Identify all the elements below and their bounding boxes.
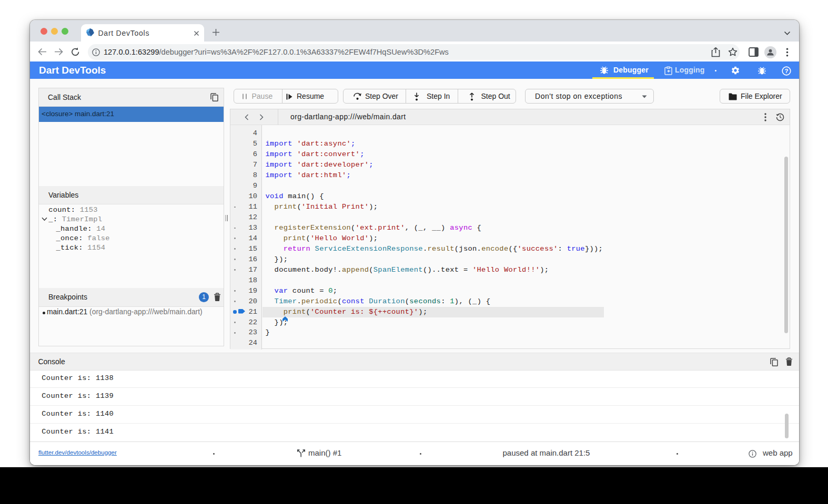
svg-text:?: ? xyxy=(784,68,788,74)
